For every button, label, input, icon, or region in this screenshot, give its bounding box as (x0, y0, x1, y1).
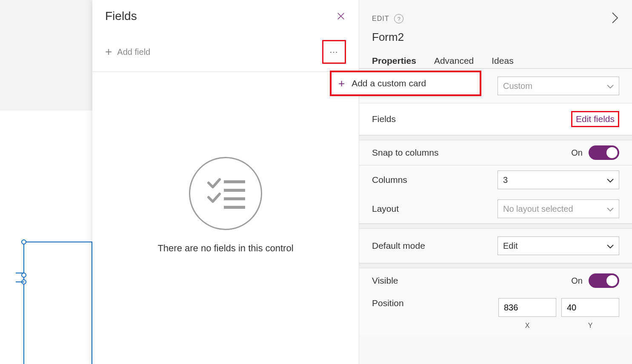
section-divider (359, 263, 632, 268)
svg-rect-2 (224, 197, 245, 200)
snap-state: On (571, 148, 583, 158)
property-panel: EDIT ? Form2 Properties Advanced Ideas D… (359, 0, 632, 364)
empty-state-message: There are no fields in this control (157, 243, 293, 254)
annotation-highlight: ⋯ (322, 40, 346, 64)
columns-label: Columns (372, 175, 407, 185)
position-label: Position (372, 298, 404, 308)
position-x-value: 836 (504, 303, 518, 313)
add-field-label: Add field (117, 47, 150, 57)
section-divider (359, 224, 632, 229)
tab-ideas[interactable]: Ideas (492, 56, 513, 70)
position-x-input[interactable]: 836 (498, 298, 556, 317)
chevron-right-icon (611, 12, 619, 24)
resize-handle-icon[interactable] (21, 239, 26, 245)
resize-handle-icon[interactable] (21, 273, 26, 278)
canvas-area[interactable]: This fo (0, 111, 92, 364)
default-mode-value: Edit (503, 241, 518, 251)
svg-rect-1 (224, 189, 245, 192)
svg-rect-0 (224, 180, 245, 183)
control-name: Form2 (372, 31, 619, 44)
close-icon (336, 11, 346, 21)
data-source-dropdown[interactable]: Custom (498, 77, 619, 95)
data-source-value: Custom (503, 81, 532, 91)
ellipsis-icon: ⋯ (329, 47, 339, 57)
chevron-down-icon (607, 241, 614, 251)
edit-fields-link[interactable]: Edit fields (576, 114, 615, 124)
plus-icon: + (338, 77, 345, 90)
chevron-down-icon (607, 81, 614, 91)
fields-label: Fields (372, 114, 396, 124)
position-y-value: 40 (567, 303, 576, 313)
columns-dropdown[interactable]: 3 (498, 171, 619, 189)
checklist-icon (189, 157, 262, 230)
close-button[interactable] (336, 11, 346, 21)
svg-rect-3 (224, 206, 245, 209)
default-mode-label: Default mode (372, 241, 425, 251)
visible-label: Visible (372, 276, 398, 286)
more-options-button[interactable]: ⋯ (325, 43, 343, 61)
section-divider (359, 135, 632, 140)
chevron-down-icon (607, 175, 614, 185)
chevron-down-icon (607, 204, 614, 214)
position-y-input[interactable]: 40 (561, 298, 619, 317)
tab-properties[interactable]: Properties (372, 56, 416, 70)
annotation-highlight: Edit fields (571, 111, 619, 127)
position-y-axis-label: Y (561, 322, 619, 330)
layout-dropdown[interactable]: No layout selected (498, 199, 619, 218)
visible-state: On (571, 276, 583, 286)
columns-value: 3 (503, 175, 508, 185)
form-selection-box[interactable] (23, 242, 92, 364)
visible-toggle[interactable] (589, 273, 619, 288)
add-field-button[interactable]: + Add field (105, 46, 150, 58)
empty-state: There are no fields in this control (92, 157, 359, 254)
snap-toggle[interactable] (589, 145, 619, 160)
edit-mode-label: EDIT (372, 15, 389, 23)
tab-advanced[interactable]: Advanced (434, 56, 474, 70)
selection-midline (16, 282, 24, 282)
layout-value: No layout selected (503, 204, 573, 214)
snap-label: Snap to columns (372, 148, 438, 158)
position-x-axis-label: X (498, 322, 556, 330)
collapse-panel-button[interactable] (611, 12, 619, 26)
default-mode-dropdown[interactable]: Edit (498, 236, 619, 255)
fields-panel-title: Fields (105, 9, 137, 23)
add-custom-card-menuitem[interactable]: + Add a custom card (330, 71, 481, 96)
layout-label: Layout (372, 204, 399, 214)
plus-icon: + (105, 46, 112, 58)
fields-panel: Fields + Add field ⋯ There are no f (92, 0, 359, 364)
help-icon[interactable]: ? (394, 14, 403, 23)
add-custom-card-label: Add a custom card (352, 78, 426, 88)
